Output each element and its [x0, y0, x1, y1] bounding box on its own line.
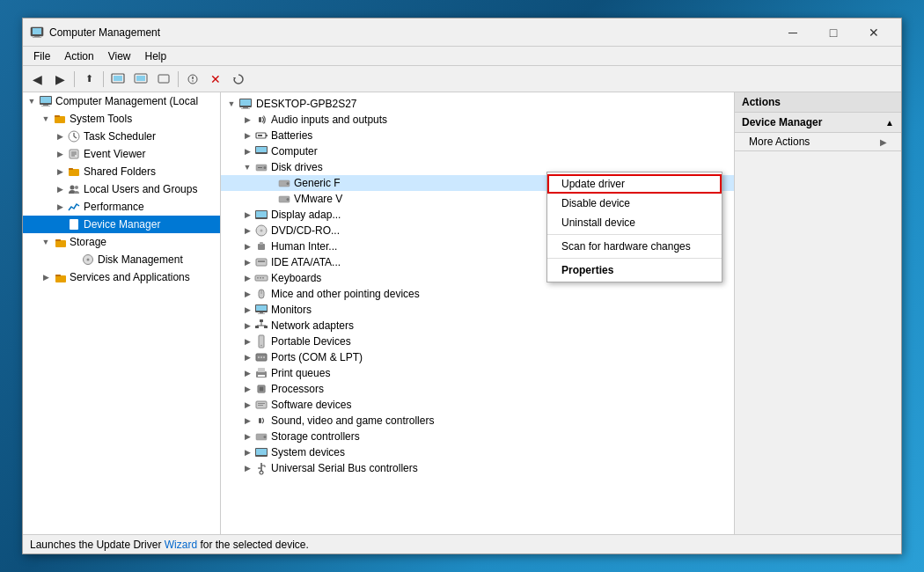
- expand-icon-storage[interactable]: ▼: [39, 235, 53, 249]
- menu-help[interactable]: Help: [138, 47, 174, 65]
- menu-view[interactable]: View: [101, 47, 138, 65]
- disk-management-label: Disk Management: [98, 253, 183, 266]
- svg-rect-31: [71, 221, 77, 222]
- ctx-scan-hardware[interactable]: Scan for hardware changes: [547, 237, 722, 256]
- actions-header: Actions: [735, 92, 901, 113]
- forward-button[interactable]: ▶: [49, 70, 70, 89]
- action-more-actions[interactable]: More Actions ▶: [735, 133, 901, 150]
- root-label: DESKTOP-GPB2S27: [256, 98, 357, 110]
- minimize-button[interactable]: ─: [773, 18, 813, 47]
- task-scheduler-label: Task Scheduler: [84, 130, 156, 143]
- svg-point-86: [263, 356, 265, 358]
- ctx-uninstall-device[interactable]: Uninstall device: [547, 213, 722, 232]
- device-software[interactable]: ▶ Software devices: [221, 397, 734, 413]
- show-hide-button[interactable]: [107, 70, 128, 89]
- ctx-update-driver[interactable]: Update driver: [547, 174, 722, 194]
- maximize-button[interactable]: □: [813, 18, 854, 47]
- sidebar-item-device-manager[interactable]: Device Manager: [23, 216, 220, 233]
- sidebar-item-disk-management[interactable]: Disk Management: [23, 251, 220, 268]
- ide-ata-icon: [254, 255, 268, 269]
- expand-icon-local-users[interactable]: ▶: [53, 182, 67, 196]
- expand-icon-task-scheduler[interactable]: ▶: [53, 129, 67, 143]
- svg-rect-66: [257, 277, 259, 279]
- sidebar-item-event-viewer[interactable]: ▶ Event Viewer: [23, 145, 220, 163]
- device-computer[interactable]: ▶ Computer: [221, 143, 734, 159]
- sound-icon: [254, 414, 268, 428]
- mice-label: Mice and other pointing devices: [271, 288, 420, 300]
- device-batteries[interactable]: ▶ Batteries: [221, 128, 734, 143]
- ctx-properties[interactable]: Properties: [547, 260, 722, 280]
- svg-rect-42: [243, 107, 248, 108]
- new-window-button[interactable]: [153, 70, 174, 89]
- device-processors[interactable]: ▶ Processors: [221, 381, 734, 397]
- device-sound[interactable]: ▶ Sound, video and game controllers: [221, 413, 734, 429]
- sidebar-item-storage[interactable]: ▼ Storage: [23, 233, 220, 251]
- sidebar-item-task-scheduler[interactable]: ▶ Task Scheduler: [23, 128, 220, 145]
- device-mice[interactable]: ▶ Mice and other pointing devices: [221, 286, 734, 302]
- device-usb[interactable]: ▶ Universal Serial Bus controllers: [221, 460, 734, 476]
- back-button[interactable]: ◀: [26, 70, 48, 89]
- svg-rect-73: [260, 312, 263, 313]
- up-button[interactable]: ⬆: [78, 70, 99, 89]
- expand-icon-event-viewer[interactable]: ▶: [53, 147, 67, 161]
- delete-button[interactable]: ✕: [205, 70, 226, 89]
- close-button[interactable]: ✕: [854, 18, 894, 47]
- svg-rect-39: [55, 275, 61, 276]
- system-tools-icon: [53, 112, 67, 126]
- device-ports[interactable]: ▶ Ports (COM & LPT): [221, 349, 734, 365]
- expand-icon-system-tools[interactable]: ▼: [39, 112, 53, 126]
- sidebar-item-computer-management[interactable]: ▼ Computer Management (Local: [23, 92, 220, 110]
- svg-point-97: [264, 436, 267, 438]
- ctx-disable-device[interactable]: Disable device: [547, 194, 722, 213]
- svg-point-82: [260, 345, 262, 347]
- refresh-button[interactable]: [228, 70, 249, 89]
- computer-management-label: Computer Management (Local: [55, 95, 198, 107]
- console-root-button[interactable]: [130, 70, 151, 89]
- device-monitors[interactable]: ▶ Monitors: [221, 302, 734, 318]
- event-viewer-icon: [67, 147, 81, 161]
- title-bar-buttons: ─ □ ✕: [773, 18, 894, 47]
- svg-rect-26: [69, 169, 79, 176]
- keyboards-icon: [254, 271, 268, 285]
- svg-rect-32: [71, 223, 77, 224]
- sidebar-item-performance[interactable]: ▶ Performance: [23, 198, 220, 216]
- expand-icon-shared-folders[interactable]: ▶: [53, 165, 67, 179]
- menu-file[interactable]: File: [26, 47, 57, 65]
- properties-button[interactable]: [182, 70, 203, 89]
- svg-rect-67: [260, 277, 261, 279]
- processors-label: Processors: [271, 383, 324, 395]
- device-root[interactable]: ▼ DESKTOP-GPB2S27: [221, 96, 734, 112]
- device-system-devices[interactable]: ▶ System devices: [221, 444, 734, 460]
- dvd-label: DVD/CD-RO...: [271, 224, 340, 237]
- expand-icon-root[interactable]: ▼: [224, 97, 238, 111]
- section-collapse-icon[interactable]: ▲: [885, 118, 894, 128]
- svg-rect-91: [260, 387, 264, 392]
- system-devices-label: System devices: [271, 446, 345, 458]
- sidebar-item-system-tools[interactable]: ▼ System Tools: [23, 110, 220, 128]
- monitors-label: Monitors: [271, 304, 312, 316]
- computer-device-label: Computer: [271, 145, 318, 158]
- storage-icon: [53, 235, 67, 249]
- expand-icon-computer-management[interactable]: ▼: [25, 94, 39, 108]
- sidebar-item-shared-folders[interactable]: ▶ Shared Folders: [23, 163, 220, 180]
- device-print-queues[interactable]: ▶ Print queues: [221, 365, 734, 381]
- system-tools-label: System Tools: [70, 113, 132, 125]
- svg-rect-75: [260, 319, 263, 322]
- svg-rect-34: [55, 240, 66, 247]
- svg-point-29: [75, 186, 78, 189]
- expand-icon-services-apps[interactable]: ▶: [39, 270, 53, 284]
- expand-icon-device-manager[interactable]: [53, 217, 67, 231]
- device-audio[interactable]: ▶ Audio inputs and outputs: [221, 112, 734, 128]
- svg-rect-18: [55, 115, 60, 117]
- device-storage-ctrl[interactable]: ▶ Storage controllers: [221, 429, 734, 444]
- sidebar-item-services-apps[interactable]: ▶ Services and Applications: [23, 268, 220, 286]
- device-network[interactable]: ▶ Network adapters: [221, 318, 734, 334]
- device-portable[interactable]: ▶ Portable Devices: [221, 334, 734, 349]
- status-link[interactable]: Wizard: [165, 539, 197, 551]
- sidebar-item-local-users[interactable]: ▶ Local Users and Groups: [23, 180, 220, 198]
- expand-icon-disk-management[interactable]: [67, 253, 81, 267]
- menu-action[interactable]: Action: [57, 47, 100, 65]
- svg-rect-72: [256, 305, 267, 311]
- expand-icon-performance[interactable]: ▶: [53, 200, 67, 214]
- toolbar-sep-2: [103, 71, 104, 87]
